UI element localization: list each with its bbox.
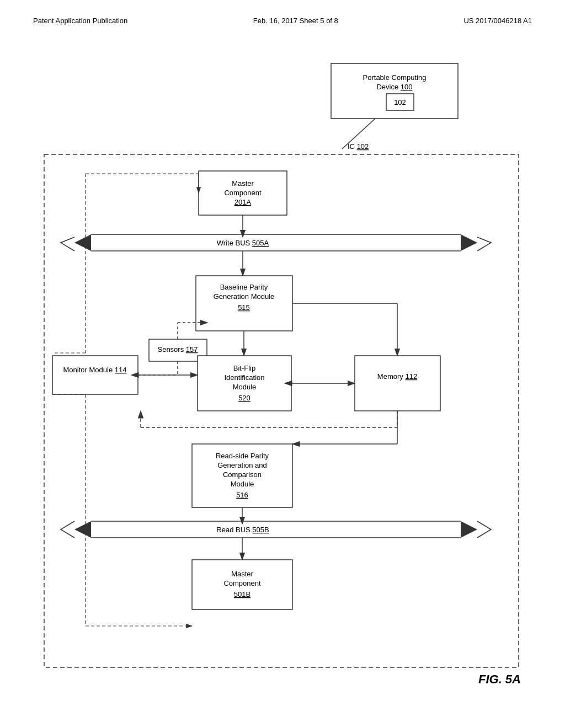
svg-text:Device 100: Device 100	[376, 83, 412, 91]
svg-text:Monitor Module 114: Monitor Module 114	[63, 366, 127, 374]
svg-text:Comparison: Comparison	[223, 470, 262, 479]
svg-text:Identification: Identification	[225, 373, 265, 382]
svg-text:Generation and: Generation and	[217, 461, 267, 469]
svg-text:Component: Component	[223, 579, 261, 587]
svg-text:Generation Module: Generation Module	[214, 292, 275, 301]
svg-text:Write BUS 505A: Write BUS 505A	[217, 239, 269, 247]
svg-rect-35	[355, 356, 440, 411]
svg-text:520: 520	[238, 394, 250, 402]
svg-text:Module: Module	[233, 383, 257, 391]
svg-text:Read BUS 505B: Read BUS 505B	[216, 526, 269, 534]
diagram-area: Portable Computing Device 100 102 IC 102…	[0, 30, 565, 703]
svg-text:515: 515	[238, 303, 250, 312]
svg-text:Master: Master	[232, 179, 254, 188]
svg-text:201A: 201A	[234, 198, 252, 206]
svg-text:Module: Module	[231, 480, 254, 488]
svg-rect-28	[52, 356, 138, 394]
svg-text:Component: Component	[224, 189, 262, 197]
svg-text:Bit-Flip: Bit-Flip	[233, 364, 255, 372]
svg-text:IC 102: IC 102	[348, 142, 369, 151]
svg-text:102: 102	[394, 98, 406, 106]
svg-text:Portable Computing: Portable Computing	[363, 73, 427, 82]
svg-text:516: 516	[236, 491, 248, 499]
header-left: Patent Application Publication	[33, 17, 127, 25]
svg-text:Memory 112: Memory 112	[377, 372, 417, 381]
header-middle: Feb. 16, 2017 Sheet 5 of 8	[253, 17, 338, 25]
svg-text:501B: 501B	[234, 590, 250, 598]
svg-text:Master: Master	[231, 570, 253, 578]
figure-caption: FIG. 5A	[478, 672, 521, 687]
header-right: US 2017/0046218 A1	[463, 17, 532, 25]
svg-text:Read-side Parity: Read-side Parity	[216, 452, 269, 460]
svg-text:Baseline Parity: Baseline Parity	[220, 283, 268, 291]
svg-text:Sensors 157: Sensors 157	[157, 345, 198, 354]
